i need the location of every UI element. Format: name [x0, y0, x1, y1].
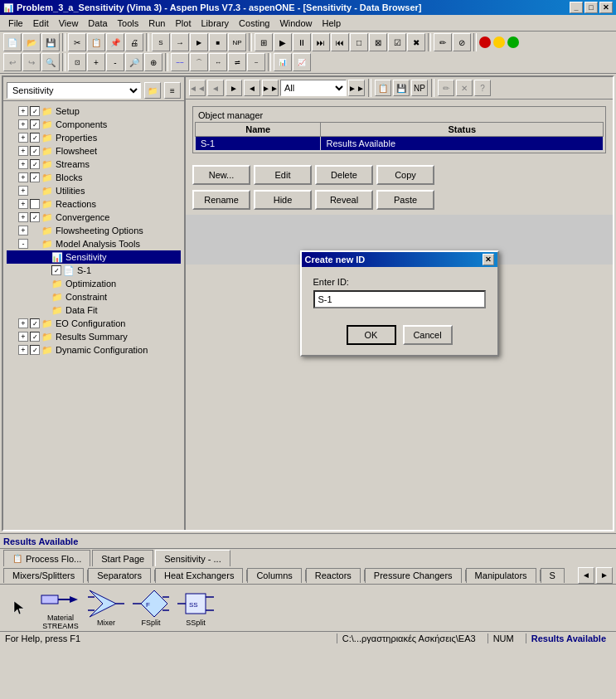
menu-library[interactable]: Library: [196, 17, 234, 30]
palette-nav-left[interactable]: ◄: [578, 567, 594, 584]
tb-sq[interactable]: □: [350, 33, 368, 51]
tree-item-setup[interactable]: + 📁 Setup: [7, 104, 181, 118]
tb-zoom3[interactable]: ⊕: [144, 53, 162, 71]
tree-item-reactions[interactable]: + 📁 Reactions: [7, 197, 181, 211]
checkbox-eo[interactable]: [30, 318, 40, 328]
checkbox-s1[interactable]: [51, 265, 61, 275]
expander-utilities[interactable]: +: [18, 186, 28, 196]
tb-flow[interactable]: ↔: [209, 53, 227, 71]
nav-list-btn[interactable]: ≡: [164, 82, 181, 99]
tb-check[interactable]: ⊠: [369, 33, 387, 51]
expander-dynamic[interactable]: +: [18, 345, 28, 355]
tree-item-flowsheet[interactable]: + 📁 Flowsheet: [7, 144, 181, 158]
checkbox-reactions[interactable]: [30, 199, 40, 209]
expander-properties[interactable]: +: [18, 133, 28, 143]
tb-zoom2[interactable]: 🔎: [125, 53, 143, 71]
tb-zoom-in[interactable]: +: [87, 53, 105, 71]
tb-open[interactable]: 📂: [22, 33, 41, 51]
expander-flowsheeting[interactable]: +: [18, 226, 28, 235]
tb-fit[interactable]: ⊡: [68, 53, 86, 71]
tb-pencil[interactable]: ✏: [434, 33, 452, 51]
tb-check2[interactable]: ☑: [388, 33, 406, 51]
tb-zoom-out[interactable]: -: [106, 53, 124, 71]
palette-item-mixer[interactable]: Mixer: [86, 589, 126, 627]
tab-process-flow[interactable]: 📋 Process Flo...: [3, 550, 90, 566]
expander-components[interactable]: +: [18, 119, 28, 129]
menu-run[interactable]: Run: [143, 17, 170, 30]
expander-flowsheet[interactable]: +: [18, 146, 28, 156]
tree-item-optimization[interactable]: 📁 Optimization: [7, 277, 181, 290]
checkbox-streams[interactable]: [30, 159, 40, 169]
tb-work[interactable]: ~: [247, 53, 265, 71]
palette-tab-manipulators[interactable]: Manipulators: [466, 568, 536, 583]
menu-window[interactable]: Window: [274, 17, 317, 30]
tb-cut[interactable]: ✂: [68, 33, 86, 51]
palette-tab-mixers[interactable]: Mixers/Splitters: [3, 568, 84, 583]
palette-item-cursor[interactable]: [5, 593, 35, 623]
tree-item-components[interactable]: + 📁 Components: [7, 118, 181, 131]
tree-item-utilities[interactable]: + 📁 Utilities: [7, 184, 181, 197]
palette-tab-heat[interactable]: Heat Exchangers: [155, 568, 243, 583]
tb-edit2[interactable]: ⊘: [453, 33, 471, 51]
tb-stream[interactable]: S: [152, 33, 170, 51]
menu-help[interactable]: Help: [318, 17, 347, 30]
palette-tab-separators[interactable]: Separators: [88, 568, 151, 583]
tb-run[interactable]: ▶: [190, 33, 208, 51]
palette-item-ssplit[interactable]: SS SSplit: [176, 589, 216, 627]
dialog-cancel-button[interactable]: Cancel: [403, 325, 453, 345]
tree-item-constraint[interactable]: 📁 Constraint: [7, 290, 181, 303]
tree-item-convergence[interactable]: + 📁 Convergence: [7, 211, 181, 224]
expander-results[interactable]: +: [18, 332, 28, 342]
menu-costing[interactable]: Costing: [234, 17, 274, 30]
dialog-ok-button[interactable]: OK: [347, 325, 396, 345]
expander-reactions[interactable]: +: [18, 199, 28, 209]
menu-tools[interactable]: Tools: [113, 17, 144, 30]
tree-item-s1[interactable]: 📄 S-1: [7, 264, 181, 277]
tb-x[interactable]: ✖: [407, 33, 425, 51]
tree-item-properties[interactable]: + 📁 Properties: [7, 131, 181, 144]
tb-stream-btn[interactable]: ~~: [171, 53, 189, 71]
checkbox-dynamic[interactable]: [30, 345, 40, 355]
tree-item-eo-config[interactable]: + 📁 EO Configuration: [7, 317, 181, 330]
dialog-id-input[interactable]: [313, 290, 486, 308]
dialog-close-btn[interactable]: ✕: [483, 254, 494, 265]
palette-item-fsplit[interactable]: F FSplit: [131, 589, 171, 627]
tree-item-datafit[interactable]: 📁 Data Fit: [7, 303, 181, 317]
menu-file[interactable]: File: [3, 17, 28, 30]
checkbox-convergence[interactable]: [30, 212, 40, 222]
palette-tab-pressure[interactable]: Pressure Changers: [365, 568, 462, 583]
maximize-button[interactable]: □: [584, 2, 598, 13]
tb-play[interactable]: ▶: [274, 33, 292, 51]
checkbox-setup[interactable]: [30, 106, 40, 116]
tb-pause[interactable]: ⏸: [293, 33, 311, 51]
tb-end[interactable]: ⏮: [331, 33, 349, 51]
tree-item-results[interactable]: + 📁 Results Summary: [7, 330, 181, 343]
expander-convergence[interactable]: +: [18, 212, 28, 222]
palette-tab-reactors[interactable]: Reactors: [306, 568, 361, 583]
tree-item-streams[interactable]: + 📁 Streams: [7, 158, 181, 171]
expander-setup[interactable]: +: [18, 106, 28, 116]
menu-edit[interactable]: Edit: [28, 17, 54, 30]
checkbox-properties[interactable]: [30, 133, 40, 143]
tb-new[interactable]: 📄: [3, 33, 22, 51]
checkbox-results[interactable]: [30, 332, 40, 342]
expander-blocks[interactable]: +: [18, 172, 28, 182]
palette-item-material[interactable]: Material STREAMS: [40, 585, 81, 631]
expander-eo[interactable]: +: [18, 318, 28, 328]
tb-find[interactable]: 🔍: [41, 53, 60, 71]
checkbox-components[interactable]: [30, 119, 40, 129]
tree-item-blocks[interactable]: + 📁 Blocks: [7, 171, 181, 184]
nav-folder-btn[interactable]: 📁: [144, 82, 161, 99]
expander-model-analysis[interactable]: -: [18, 239, 28, 249]
tb-stop[interactable]: ■: [209, 33, 227, 51]
palette-nav-right[interactable]: ►: [596, 567, 613, 584]
palette-tab-columns[interactable]: Columns: [247, 568, 301, 583]
checkbox-flowsheet[interactable]: [30, 146, 40, 156]
tree-item-flowsheeting[interactable]: + 📁 Flowsheeting Options: [7, 224, 181, 237]
tree-item-sensitivity[interactable]: 📊 Sensitivity: [7, 250, 181, 264]
menu-plot[interactable]: Plot: [170, 17, 196, 30]
tb-paste[interactable]: 📌: [106, 33, 124, 51]
tb-chart1[interactable]: 📊: [274, 53, 292, 71]
tb-print[interactable]: 🖨: [125, 33, 143, 51]
tb-step[interactable]: ⏭: [312, 33, 330, 51]
